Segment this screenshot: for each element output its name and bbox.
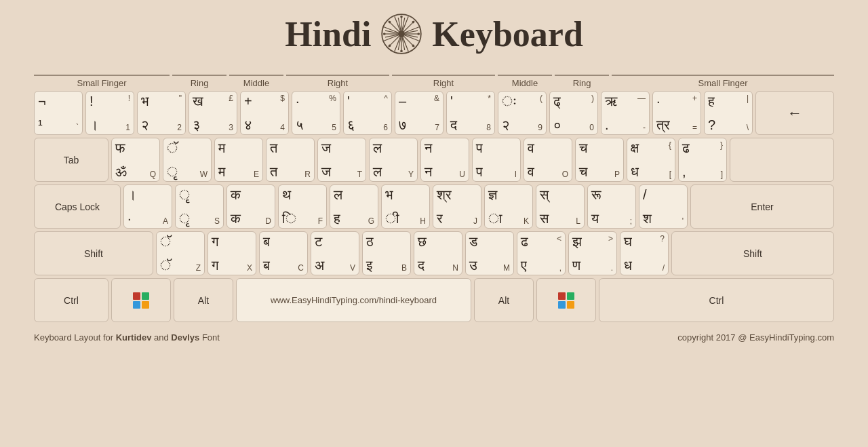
- key-j[interactable]: श्र रJ: [433, 184, 481, 229]
- key-k[interactable]: ज्ञ ाK: [484, 184, 533, 229]
- asdf-row: Caps Lock । ·A ृ ृS क कD थ िF ल हG: [34, 184, 834, 229]
- finger-labels: Small Finger Ring Middle Right Right Mid…: [34, 68, 834, 88]
- windows-icon-right: [558, 292, 574, 309]
- title-part2: Keyboard: [432, 14, 583, 54]
- footer-right: copyright 2017 @ EasyHindiTyping.com: [677, 332, 834, 343]
- finger-label-small-finger-right: Small Finger: [612, 75, 834, 88]
- key-r[interactable]: त तR: [266, 138, 315, 182]
- devlys-text: Devlys: [171, 332, 199, 343]
- key-semicolon[interactable]: रू य;: [587, 184, 636, 229]
- page-title: Hindi: [285, 14, 583, 54]
- finger-label-ring-right: Ring: [555, 75, 609, 88]
- key-s[interactable]: ृ ृS: [175, 184, 224, 229]
- enter-key[interactable]: Enter: [690, 184, 834, 229]
- key-a[interactable]: । ·A: [123, 184, 172, 229]
- key-h[interactable]: भ ीH: [381, 184, 430, 229]
- shift-right-key[interactable]: Shift: [671, 231, 834, 275]
- spacebar[interactable]: www.EasyHindiTyping.com/hindi-keyboard: [236, 278, 471, 322]
- key-n[interactable]: छ दN: [414, 231, 462, 275]
- finger-label-right-right: Right: [392, 75, 495, 88]
- enter-key-top[interactable]: [730, 138, 834, 182]
- key-z[interactable]: ॅ ॅZ: [156, 231, 205, 275]
- qwerty-row: Tab फ ॐQ ॅ ृW म मE त तR ज जT ल: [34, 138, 834, 182]
- key-f[interactable]: थ िF: [278, 184, 327, 229]
- windows-icon-left: [133, 292, 149, 309]
- key-l[interactable]: स् सL: [536, 184, 585, 229]
- finger-label-middle-right: Middle: [498, 75, 552, 88]
- key-8[interactable]: '* द8: [446, 91, 495, 135]
- keyboard-container: Small Finger Ring Middle Right Right Mid…: [34, 68, 834, 343]
- title-part1: Hindi: [285, 14, 371, 54]
- svg-point-29: [418, 33, 420, 35]
- alt-left-key[interactable]: Alt: [174, 278, 233, 322]
- svg-point-30: [389, 21, 391, 24]
- key-backslash[interactable]: ह| ?\: [704, 91, 753, 135]
- key-quote[interactable]: / श': [639, 184, 688, 229]
- svg-point-33: [389, 45, 391, 47]
- caps-lock-key[interactable]: Caps Lock: [34, 184, 121, 229]
- finger-label-small-finger-left: Small Finger: [34, 75, 170, 88]
- key-u[interactable]: न नU: [420, 138, 469, 182]
- svg-point-26: [401, 16, 403, 18]
- key-0[interactable]: ढ्) ०0: [549, 91, 598, 135]
- key-b[interactable]: ठ इB: [362, 231, 411, 275]
- key-c[interactable]: ब बC: [259, 231, 308, 275]
- win-left-key[interactable]: [111, 278, 171, 322]
- svg-point-32: [412, 21, 415, 24]
- key-p[interactable]: च चP: [575, 138, 624, 182]
- key-comma[interactable]: ढ< ए,: [517, 231, 566, 275]
- key-equals[interactable]: ·+ त्र=: [652, 91, 701, 135]
- finger-label-middle-left: Middle: [229, 75, 283, 88]
- finger-label-ring-left: Ring: [172, 75, 226, 88]
- key-slash[interactable]: घ? ध/: [620, 231, 669, 275]
- key-y[interactable]: ल लY: [369, 138, 418, 182]
- footer-left: Keyboard Layout for Kurtidev and Devlys …: [34, 332, 220, 343]
- key-close-bracket[interactable]: ढ} ,]: [678, 138, 727, 182]
- key-t[interactable]: ज जT: [317, 138, 366, 182]
- ctrl-right-key[interactable]: Ctrl: [599, 278, 834, 322]
- key-6[interactable]: '^ ६6: [343, 91, 392, 135]
- number-row: ¬ ¹` !! ।1 भ" २2 ख£ ३3 +$ ४4 ·% ५5: [34, 91, 834, 135]
- shift-left-key[interactable]: Shift: [34, 231, 153, 275]
- key-g[interactable]: ल हG: [330, 184, 378, 229]
- key-m[interactable]: ड उM: [465, 231, 514, 275]
- key-e[interactable]: म मE: [214, 138, 263, 182]
- key-7[interactable]: –& ७7: [395, 91, 443, 135]
- key-1[interactable]: !! ।1: [85, 91, 134, 135]
- keyboard: ¬ ¹` !! ।1 भ" २2 ख£ ३3 +$ ४4 ·% ५5: [34, 91, 834, 322]
- key-5[interactable]: ·% ५5: [292, 91, 340, 135]
- key-2[interactable]: भ" २2: [137, 91, 186, 135]
- key-w[interactable]: ॅ ृW: [163, 138, 212, 182]
- svg-point-31: [412, 45, 415, 47]
- key-d[interactable]: क कD: [226, 184, 275, 229]
- key-period[interactable]: झ> ण.: [568, 231, 617, 275]
- key-backtick[interactable]: ¬ ¹`: [34, 91, 83, 135]
- key-open-bracket[interactable]: क्ष{ ध[: [627, 138, 675, 182]
- svg-point-27: [401, 50, 403, 52]
- key-3[interactable]: ख£ ३3: [189, 91, 237, 135]
- key-minus[interactable]: ऋ— .-: [601, 91, 650, 135]
- key-o[interactable]: व वO: [524, 138, 572, 182]
- alt-right-key[interactable]: Alt: [474, 278, 534, 322]
- key-i[interactable]: प पI: [472, 138, 521, 182]
- kurtidev-text: Kurtidev: [116, 332, 152, 343]
- key-v[interactable]: ट अV: [311, 231, 359, 275]
- finger-label-right-left: Right: [286, 75, 389, 88]
- backspace-key[interactable]: ←: [755, 91, 834, 135]
- win-right-key[interactable]: [536, 278, 596, 322]
- ctrl-left-key[interactable]: Ctrl: [34, 278, 108, 322]
- zxcv-row: Shift ॅ ॅZ ग गX ब बC ट अV ठ इB छ: [34, 231, 834, 275]
- footer: Keyboard Layout for Kurtidev and Devlys …: [34, 332, 834, 343]
- ashoka-wheel-icon: [381, 14, 422, 54]
- tab-key[interactable]: Tab: [34, 138, 108, 182]
- key-9[interactable]: ः( २9: [498, 91, 547, 135]
- key-4[interactable]: +$ ४4: [240, 91, 289, 135]
- key-x[interactable]: ग गX: [208, 231, 256, 275]
- svg-point-28: [383, 33, 386, 35]
- key-q[interactable]: फ ॐQ: [111, 138, 160, 182]
- bottom-row: Ctrl Alt www.EasyHindiTyping.com/hindi-k…: [34, 278, 834, 322]
